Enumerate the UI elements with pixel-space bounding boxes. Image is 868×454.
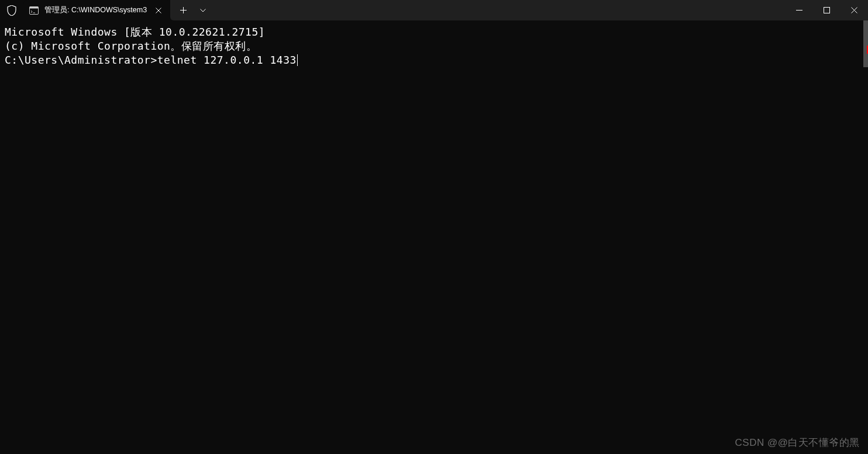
close-icon xyxy=(851,7,857,13)
text-cursor xyxy=(297,54,298,66)
tab-title: 管理员: C:\WINDOWS\system3 xyxy=(44,5,147,15)
chevron-down-icon xyxy=(200,9,206,12)
svg-rect-8 xyxy=(824,8,830,13)
maximize-button[interactable] xyxy=(813,0,841,20)
minimize-button[interactable] xyxy=(786,0,813,20)
terminal-icon xyxy=(29,6,39,15)
terminal-tab[interactable]: 管理员: C:\WINDOWS\system3 xyxy=(23,0,170,20)
plus-icon xyxy=(180,7,187,13)
close-icon xyxy=(156,8,161,13)
svg-rect-1 xyxy=(30,6,39,8)
prompt-line: C:\Users\Administrator>telnet 127.0.0.1 … xyxy=(5,53,863,67)
watermark-text: CSDN @@白天不懂爷的黑 xyxy=(735,436,860,449)
tab-bar-background xyxy=(170,0,786,20)
command-text: telnet 127.0.0.1 1433 xyxy=(157,53,297,67)
prompt-text: C:\Users\Administrator> xyxy=(5,53,157,67)
close-window-button[interactable] xyxy=(841,0,868,20)
tab-close-button[interactable] xyxy=(153,5,164,16)
minimize-icon xyxy=(796,10,802,11)
new-tab-button[interactable] xyxy=(173,2,194,19)
tab-dropdown-button[interactable] xyxy=(194,2,212,19)
scrollbar-thumb[interactable] xyxy=(863,20,868,67)
window-titlebar: 管理员: C:\WINDOWS\system3 xyxy=(0,0,868,20)
terminal-output[interactable]: Microsoft Windows [版本 10.0.22621.2715] (… xyxy=(0,20,868,72)
output-line: (c) Microsoft Corporation。保留所有权利。 xyxy=(5,39,863,53)
window-controls xyxy=(786,0,868,20)
shield-icon xyxy=(7,5,16,16)
output-line: Microsoft Windows [版本 10.0.22621.2715] xyxy=(5,25,863,39)
admin-shield-icon xyxy=(0,0,23,20)
titlebar-left: 管理员: C:\WINDOWS\system3 xyxy=(0,0,786,20)
maximize-icon xyxy=(824,7,830,13)
